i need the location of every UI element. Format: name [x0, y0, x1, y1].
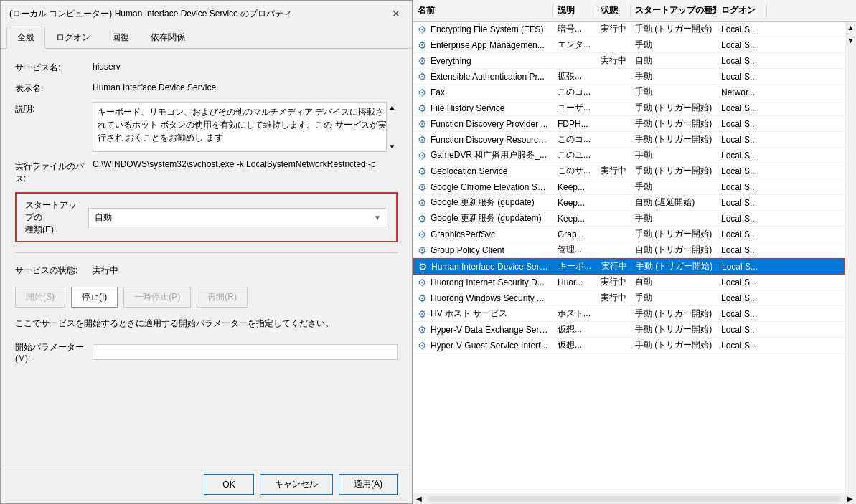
- service-name-cell: ⚙Function Discovery Resource...: [413, 133, 553, 146]
- table-row[interactable]: ⚙GameDVR 和广播用户服务_...このユ...手動Local S...: [413, 148, 845, 163]
- table-row[interactable]: ⚙File History Serviceユーザ...手動 (トリガー開始)Lo…: [413, 100, 845, 116]
- table-row[interactable]: ⚙Huorong Windows Security ...実行中手動Local …: [413, 290, 845, 306]
- service-logon-cell: Local S...: [717, 133, 767, 146]
- tab-全般[interactable]: 全般: [6, 27, 45, 49]
- table-row[interactable]: ⚙HV ホスト サービスホスト...手動 (トリガー開始)Local S...: [413, 306, 845, 322]
- dialog-tabs: 全般ログオン回復依存関係: [1, 27, 412, 49]
- table-row[interactable]: ⚙Google Chrome Elevation Se...Keep...手動L…: [413, 179, 845, 195]
- separator: [15, 252, 398, 253]
- service-status-cell: [596, 249, 631, 252]
- table-row[interactable]: ⚙Extensible Authentication Pr...拡張...手動L…: [413, 69, 845, 85]
- services-list[interactable]: ⚙Encrypting File System (EFS)暗号...実行中手動 …: [413, 22, 845, 493]
- service-startup-cell: 手動 (トリガー開始): [631, 132, 717, 147]
- service-desc-cell: Grap...: [553, 228, 596, 241]
- service-desc-cell: 仮想...: [553, 338, 596, 353]
- service-startup-cell: 自動: [631, 53, 717, 68]
- close-button[interactable]: ✕: [389, 6, 403, 21]
- tab-ログオン[interactable]: ログオン: [45, 27, 101, 49]
- service-desc-cell: キーボ...: [554, 259, 597, 274]
- service-status-cell: 実行中: [597, 259, 631, 274]
- service-startup-cell: 手動: [631, 148, 717, 163]
- pause-button[interactable]: 一時停止(P): [123, 287, 191, 308]
- service-desc-cell: Keep...: [553, 196, 596, 209]
- table-row[interactable]: ⚙Group Policy Client管理...自動 (トリガー開始)Loca…: [413, 242, 845, 258]
- service-name-cell: ⚙Encrypting File System (EFS): [413, 23, 553, 36]
- table-row[interactable]: ⚙Human Interface Device Serv...キーボ...実行中…: [413, 258, 845, 275]
- table-row[interactable]: ⚙GraphicsPerfSvcGrap...手動 (トリガー開始)Local …: [413, 227, 845, 242]
- table-row[interactable]: ⚙Function Discovery Provider ...FDPH...手…: [413, 116, 845, 132]
- service-name-text: Huorong Internet Security D...: [431, 277, 545, 287]
- service-name-text: Hyper-V Data Exchange Serv...: [431, 325, 549, 335]
- service-gear-icon: ⚙: [418, 182, 428, 192]
- service-gear-icon: ⚙: [418, 245, 428, 255]
- table-row[interactable]: ⚙Everything実行中自動Local S...: [413, 53, 845, 69]
- dialog-content: サービス名: hidserv 表示名: Human Interface Devi…: [1, 49, 412, 465]
- tab-依存関係[interactable]: 依存関係: [140, 27, 196, 49]
- service-desc-cell: ユーザ...: [553, 100, 596, 115]
- service-desc-cell: このコ...: [553, 85, 596, 100]
- service-status-cell: [596, 328, 631, 331]
- table-row[interactable]: ⚙Faxこのコ...手動Networ...: [413, 85, 845, 100]
- cancel-button[interactable]: キャンセル: [260, 474, 333, 495]
- service-logon-cell: Local S...: [717, 196, 767, 209]
- service-desc-cell: [553, 297, 596, 300]
- start-param-input[interactable]: [93, 344, 398, 360]
- service-startup-cell: 手動 (トリガー開始): [631, 163, 717, 179]
- service-startup-cell: 手動 (トリガー開始): [631, 322, 717, 337]
- status-value: 実行中: [93, 263, 398, 277]
- startup-type-dropdown[interactable]: 自動 ▼: [88, 208, 387, 227]
- table-row[interactable]: ⚙Google 更新服务 (gupdate)Keep...自動 (遅延開始)Lo…: [413, 195, 845, 211]
- service-name-text: GameDVR 和广播用户服务_...: [431, 149, 547, 161]
- service-desc-cell: ホスト...: [553, 306, 596, 321]
- description-wrapper: キーボード、リモコン、およびその他のマルチメディア デバイスに搭載されているホッ…: [93, 102, 398, 152]
- table-row[interactable]: ⚙Geolocation Serviceこのサ...実行中手動 (トリガー開始)…: [413, 163, 845, 179]
- service-logon-cell: Local S...: [717, 165, 767, 178]
- tab-回復[interactable]: 回復: [101, 27, 140, 49]
- start-button[interactable]: 開始(S): [15, 287, 65, 308]
- service-logon-cell: Local S...: [717, 244, 767, 257]
- service-logon-cell: Local S...: [717, 276, 767, 289]
- service-status-cell: [596, 138, 631, 141]
- table-row[interactable]: ⚙Hyper-V Guest Service Interf...仮想...手動 …: [413, 338, 845, 353]
- service-status-cell: 実行中: [596, 22, 631, 37]
- exe-path-value: C:\WINDOWS\system32\svchost.exe -k Local…: [93, 159, 398, 169]
- service-name-text: Google 更新服务 (gupdatem): [431, 212, 542, 224]
- apply-button[interactable]: 適用(A): [339, 474, 398, 495]
- service-logon-cell: Local S...: [717, 149, 767, 162]
- description-scrollbar[interactable]: ▲ ▼: [386, 102, 398, 152]
- service-status-cell: [596, 75, 631, 78]
- table-row[interactable]: ⚙Hyper-V Data Exchange Serv...仮想...手動 (ト…: [413, 322, 845, 338]
- vertical-scrollbar[interactable]: ▲ ▼: [845, 22, 856, 493]
- table-row[interactable]: ⚙Huorong Internet Security D...Huor...実行…: [413, 275, 845, 290]
- service-status-cell: 実行中: [596, 53, 631, 68]
- service-logon-cell: Local S...: [717, 23, 767, 36]
- service-name-cell: ⚙Google Chrome Elevation Se...: [413, 181, 553, 194]
- service-status-cell: [596, 201, 631, 204]
- table-row[interactable]: ⚙Function Discovery Resource...このコ...手動 …: [413, 132, 845, 148]
- stop-button[interactable]: 停止(I): [71, 287, 118, 308]
- table-row[interactable]: ⚙Encrypting File System (EFS)暗号...実行中手動 …: [413, 22, 845, 37]
- service-logon-cell: Local S...: [717, 308, 767, 320]
- header-logon: ログオン: [717, 3, 767, 18]
- exe-path-row: 実行ファイルのパス: C:\WINDOWS\system32\svchost.e…: [15, 159, 398, 185]
- header-desc: 説明: [553, 3, 596, 18]
- service-name-cell: ⚙Google 更新服务 (gupdate): [413, 195, 553, 210]
- ok-button[interactable]: OK: [204, 474, 254, 495]
- service-gear-icon: ⚙: [418, 214, 428, 224]
- service-startup-cell: 手動 (トリガー開始): [631, 100, 717, 115]
- service-name-value: hidserv: [93, 60, 398, 72]
- service-name-cell: ⚙Extensible Authentication Pr...: [413, 70, 553, 83]
- service-startup-cell: 手動: [631, 69, 717, 84]
- service-desc-cell: Huor...: [553, 276, 596, 289]
- service-desc-cell: 仮想...: [553, 322, 596, 337]
- horizontal-scrollbar[interactable]: ◀ ▶: [413, 493, 856, 504]
- service-name-text: Group Policy Client: [431, 245, 504, 255]
- service-name-text: Encrypting File System (EFS): [431, 24, 543, 34]
- service-status-cell: [596, 313, 631, 315]
- resume-button[interactable]: 再開(R): [197, 287, 248, 308]
- scroll-track[interactable]: [428, 496, 842, 502]
- service-gear-icon: ⚙: [418, 198, 428, 208]
- service-logon-cell: Local S...: [717, 339, 767, 352]
- table-row[interactable]: ⚙Google 更新服务 (gupdatem)Keep...手動Local S.…: [413, 211, 845, 227]
- table-row[interactable]: ⚙Enterprise App Managemen...エンタ...手動Loca…: [413, 37, 845, 53]
